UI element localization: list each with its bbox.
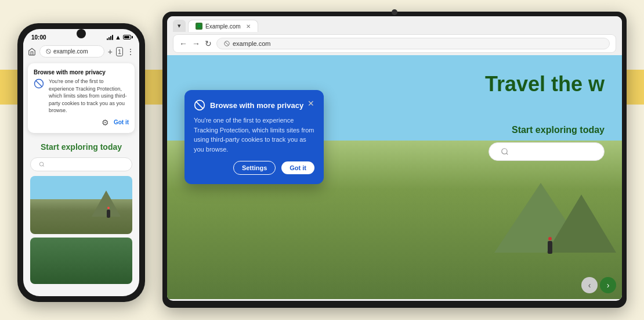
- svg-line-7: [225, 42, 229, 45]
- phone-menu-btn[interactable]: ⋮: [126, 47, 135, 56]
- phone-home-icon[interactable]: [28, 48, 36, 56]
- tablet-url-text: example.com: [233, 40, 270, 47]
- popup-tracking-icon: [194, 99, 205, 111]
- phone-got-it-link[interactable]: Got it: [114, 119, 129, 125]
- phone-landscape-image: [30, 176, 132, 234]
- phone-notification-actions: ⚙ Got it: [49, 118, 129, 127]
- tablet-prev-btn[interactable]: ‹: [581, 277, 598, 293]
- tablet-search-icon: [501, 148, 509, 156]
- tablet-device: ▾ 🌲 Example.com ✕ ← → ↻: [162, 12, 627, 308]
- tablet-hero-subtitle: Start exploring today: [512, 125, 605, 135]
- phone-notch: [77, 29, 86, 38]
- phone-notification-text: You're one of the first to experience Tr…: [49, 78, 127, 113]
- phone-notification-settings-icon[interactable]: ⚙: [102, 118, 109, 127]
- popup-title-row: Browse with more privacy: [194, 99, 303, 111]
- popup-close-btn[interactable]: ✕: [307, 99, 314, 107]
- phone-url-text: example.com: [53, 48, 88, 55]
- tablet-browser-chrome: ▾ 🌲 Example.com ✕ ← → ↻: [167, 16, 622, 55]
- signal-bars-icon: [107, 34, 113, 40]
- tablet-tab-dropdown[interactable]: ▾: [173, 20, 186, 32]
- phone-browser-actions: + 1 ⋮: [108, 47, 135, 56]
- phone-search-icon: [39, 161, 45, 167]
- svg-line-9: [506, 153, 508, 155]
- phone-notification: Browse with more privacy You're one of t…: [28, 63, 135, 133]
- devices-container: 10:00 ▲: [0, 0, 644, 320]
- phone-page-content: Start exploring today: [23, 136, 139, 290]
- phone-tracking-icon: [34, 78, 44, 89]
- phone-device: 10:00 ▲: [17, 23, 145, 302]
- tablet-active-tab[interactable]: 🌲 Example.com ✕: [188, 20, 258, 32]
- tablet-refresh-btn[interactable]: ↻: [205, 39, 212, 48]
- tablet-tab-label: Example.com: [205, 23, 241, 30]
- tablet-tab-close[interactable]: ✕: [246, 23, 251, 30]
- phone-person-figure: [107, 210, 110, 218]
- tablet-page: Travel the w Start exploring today ‹ ›: [167, 55, 622, 299]
- phone-mountain-shape: [92, 190, 121, 217]
- svg-line-11: [196, 102, 203, 109]
- tablet-frame: ▾ 🌲 Example.com ✕ ← → ↻: [162, 12, 627, 308]
- svg-point-8: [502, 149, 507, 154]
- phone-time: 10:00: [31, 34, 46, 41]
- svg-line-5: [43, 166, 44, 167]
- tab-favicon: 🌲: [196, 23, 202, 30]
- tablet-screen: ▾ 🌲 Example.com ✕ ← → ↻: [167, 16, 622, 301]
- tablet-nav-arrows: ‹ ›: [581, 277, 616, 293]
- phone-forest-image: [30, 238, 132, 284]
- tablet-url-tracking-icon: [224, 41, 230, 46]
- phone-page-hero-title: Start exploring today: [30, 142, 132, 152]
- popup-got-it-button[interactable]: Got it: [281, 161, 314, 174]
- phone-new-tab-btn[interactable]: +: [108, 47, 113, 56]
- popup-header: Browse with more privacy ✕: [194, 99, 314, 111]
- phone-browser-bar: example.com + 1 ⋮: [23, 43, 139, 60]
- tablet-next-btn[interactable]: ›: [600, 277, 616, 293]
- tablet-camera: [392, 9, 397, 15]
- svg-point-4: [39, 162, 44, 166]
- phone-notification-title: Browse with more privacy: [34, 69, 129, 75]
- popup-actions: Settings Got it: [194, 161, 314, 175]
- tablet-search-bar[interactable]: [489, 142, 605, 161]
- wifi-icon: ▲: [115, 34, 121, 41]
- phone-status-icons: ▲: [107, 34, 131, 41]
- tablet-tabs: ▾ 🌲 Example.com ✕: [173, 20, 616, 32]
- popup-settings-button[interactable]: Settings: [233, 161, 276, 175]
- phone-screen: 10:00 ▲: [23, 29, 139, 296]
- popup-title: Browse with more privacy: [210, 101, 303, 110]
- tablet-privacy-popup: Browse with more privacy ✕ You're one of…: [184, 90, 324, 184]
- url-tracking-icon: [46, 49, 51, 54]
- svg-line-1: [47, 50, 50, 53]
- phone-url-bar[interactable]: example.com: [39, 45, 104, 57]
- battery-icon: [123, 35, 131, 39]
- tablet-mountain-shape-2: [547, 195, 616, 253]
- phone-search-bar[interactable]: [30, 157, 132, 171]
- phone-notification-body: You're one of the first to experience Tr…: [34, 78, 129, 127]
- phone-frame: 10:00 ▲: [17, 23, 145, 302]
- tablet-forward-btn[interactable]: →: [192, 39, 200, 48]
- svg-line-3: [36, 81, 42, 87]
- tablet-nav-bar: ← → ↻ example.com: [173, 34, 616, 53]
- tablet-back-btn[interactable]: ←: [179, 39, 187, 48]
- popup-body: You're one of the first to experience Tr…: [194, 116, 314, 154]
- tablet-hero-title: Travel the w: [485, 73, 605, 96]
- tablet-url-bar[interactable]: example.com: [216, 38, 610, 49]
- tablet-person-figure: [548, 241, 552, 254]
- phone-tabs-btn[interactable]: 1: [116, 47, 123, 56]
